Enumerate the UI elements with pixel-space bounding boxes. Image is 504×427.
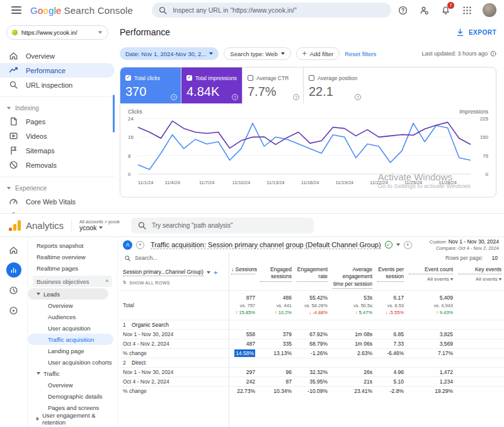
sidebar-item-realtime-pages[interactable]: Realtime pages (28, 262, 117, 274)
checkbox-icon[interactable] (186, 75, 192, 81)
sidebar-item-demographic-details[interactable]: Demographic details (28, 390, 117, 402)
search-type-chip[interactable]: Search type: Web (224, 47, 290, 60)
export-button[interactable]: EXPORT (455, 28, 496, 37)
sidebar-item-user-acquisition-cohorts[interactable]: User acquisition cohorts (28, 356, 117, 368)
account-settings-icon[interactable] (418, 4, 430, 16)
sidebar-group-experience[interactable]: Experience (0, 182, 115, 194)
sidebar-item-removals[interactable]: Removals (0, 158, 115, 172)
sidebar-item-performance[interactable]: Performance (0, 63, 115, 78)
metric-card-total-clicks[interactable]: Total clicks370? (120, 67, 181, 103)
left-axis-tick: 16 (128, 134, 134, 140)
checkbox-icon[interactable] (125, 75, 131, 81)
dimension-header-top[interactable]: Session primary...Channel Group)+ (123, 269, 226, 276)
column-header-sessions[interactable]: ↓ Sessions (229, 265, 258, 276)
ga-search-input[interactable]: Try searching "path analysis" (131, 218, 314, 233)
row-value: 6.85 (375, 330, 406, 339)
empty-cell (294, 324, 330, 326)
metric-card-average-ctr[interactable]: Average CTR7.7%? (243, 67, 304, 103)
sidebar-item-audiences[interactable]: Audiences (28, 311, 117, 322)
table-search-input[interactable]: Search... (135, 255, 158, 261)
analytics-logo-icon[interactable] (9, 219, 21, 231)
user-avatar[interactable] (483, 3, 496, 17)
date-filter-chip[interactable]: Date: Nov 1, 2024-Nov 30, 2... (120, 47, 219, 60)
metric-card-total-impressions[interactable]: Total impressions4.84K? (181, 67, 243, 103)
empty-cell (330, 361, 375, 364)
account-selector[interactable]: ycook (79, 224, 120, 231)
sidebar-group-indexing[interactable]: Indexing (0, 102, 115, 114)
table-row[interactable]: Nov 1 - Nov 30, 20242979632.32%26s4.961,… (120, 367, 504, 377)
total-delta: ↑ 5.47% (333, 309, 372, 316)
add-report-button[interactable]: + (404, 241, 412, 249)
checkbox-icon[interactable] (248, 75, 253, 81)
gsc-main: Performance EXPORT Date: Nov 1, 2024-Nov… (115, 20, 504, 213)
apps-grid-icon[interactable] (461, 4, 472, 16)
row-value: 21s (330, 377, 375, 386)
sidebar-parent-user-engagement-retention[interactable]: User engagement & retention (28, 413, 117, 424)
sidebar-item-sitemaps[interactable]: Sitemaps (0, 143, 115, 158)
column-header-events-per-session[interactable]: Events per session (375, 265, 406, 283)
gsc-logo[interactable]: Google Search Console (30, 5, 133, 16)
table-row[interactable]: % change22.73%10.34%-10.09%23.41%-2.8%19… (120, 386, 504, 395)
sidebar-item-traffic-acquisition[interactable]: Traffic acquisition (28, 334, 113, 345)
sidebar-item-reports-snapshot[interactable]: Reports snapshot (28, 240, 117, 251)
menu-icon[interactable] (11, 6, 21, 14)
help-icon[interactable] (397, 4, 408, 16)
sidebar-item-landing-page[interactable]: Landing page (28, 345, 117, 356)
table-row[interactable]: 2Direct (120, 358, 504, 367)
table-row[interactable]: % change14.58%13.13%-1.26%2.63%-6.46%7.1… (120, 348, 504, 358)
table-row[interactable]: Oct 4 - Nov 2, 20242428735.95%21s5.101,2… (120, 377, 504, 386)
url-inspect-input[interactable]: Inspect any URL in "https://www.ycook.in… (152, 3, 391, 18)
reset-filters-link[interactable]: Reset filters (345, 50, 376, 57)
sidebar-item-overview[interactable]: Overview (0, 49, 115, 63)
show-all-rows-button[interactable]: ⇅SHOW ALL ROWS (123, 280, 226, 285)
sidebar-item-core-web-vitals[interactable]: Core Web Vitals (0, 194, 115, 209)
notifications-icon[interactable]: 7 (440, 4, 451, 16)
property-selector[interactable]: https://www.ycook.in/ (6, 25, 108, 40)
empty-cell (455, 371, 504, 373)
chevron-down-icon[interactable] (396, 243, 400, 246)
sidebar-parent-traffic[interactable]: Traffic (28, 368, 117, 379)
sidebar-item-url-inspection[interactable]: URL inspection (0, 78, 115, 92)
value: 22.73% (237, 388, 255, 394)
metric-card-average-position[interactable]: Average position22.1? (304, 67, 365, 103)
total-delta: ↑ 9.43% (409, 309, 453, 316)
checkbox-icon[interactable] (309, 75, 314, 81)
sidebar-parent-leads[interactable]: Leads (28, 288, 108, 300)
table-row[interactable]: Oct 4 - Nov 2, 202448733568.79%1m 06s7.3… (120, 339, 504, 348)
add-dimension-button[interactable]: + (214, 269, 217, 276)
row-value: 4.96 (375, 368, 406, 377)
sidebar-item-realtime-overview[interactable]: Realtime overview (28, 251, 117, 262)
column-header-key-events[interactable]: Key eventsAll events ▾ (455, 265, 504, 284)
table-total-row[interactable]: Total877vs. 757↑ 15.85%486vs. 441↑ 10.2%… (120, 290, 504, 319)
column-header-engaged-sessions[interactable]: Engaged sessions (258, 265, 294, 283)
sidebar-item-videos[interactable]: Videos (0, 129, 115, 143)
sidebar-item-user-acquisition[interactable]: User acquisition (28, 322, 117, 334)
column-header-event-count[interactable]: Event countAll events ▾ (406, 265, 455, 284)
row-value: 242 (229, 377, 258, 386)
rail-home[interactable] (6, 242, 21, 257)
rail-advertising[interactable] (6, 303, 21, 318)
report-title[interactable]: Traffic acquisition: Session primary cha… (151, 241, 381, 249)
table-row[interactable]: 1Organic Search (120, 320, 504, 329)
sidebar-section-business-objectives[interactable]: Business objectives^ (33, 276, 112, 287)
rail-reports[interactable] (6, 262, 21, 278)
google-logo-letter: g (49, 5, 54, 16)
column-header-average-engagement-time-per-session[interactable]: Average engagement time per session (330, 265, 375, 290)
table-row[interactable]: Nov 1 - Nov 30, 202455837967.92%1m 08s6.… (120, 329, 504, 339)
notification-badge: 7 (447, 2, 454, 9)
value: 487 (246, 341, 255, 347)
row-value: 3,825 (406, 330, 455, 339)
add-comparison-button[interactable]: + (136, 241, 144, 249)
total-vs: vs. 4,943 (409, 302, 453, 309)
rail-explore[interactable] (6, 283, 21, 298)
column-header-engagement-rate[interactable]: Engagement rate (294, 265, 330, 283)
sidebar-item-overview[interactable]: Overview (28, 379, 117, 390)
sidebar-item-overview[interactable]: Overview (28, 300, 117, 311)
add-filter-chip[interactable]: +Add filter (296, 47, 340, 60)
date-range-selector[interactable]: CustomNov 1 - Nov 30, 2024 Compare: Oct … (430, 238, 499, 251)
column-header-sub[interactable]: All events ▾ (458, 276, 501, 283)
rows-per-page[interactable]: Rows per page:10 (445, 255, 498, 261)
column-header-sub[interactable]: All events ▾ (409, 276, 453, 283)
report-avatar[interactable]: A (123, 240, 132, 250)
sidebar-item-pages[interactable]: Pages (0, 114, 115, 129)
